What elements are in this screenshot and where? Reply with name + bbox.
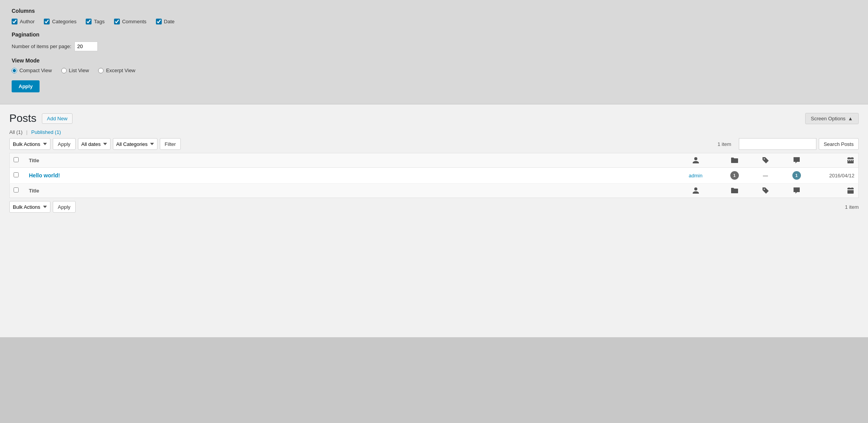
calendar-icon-foot	[847, 187, 854, 194]
col-author-checkbox[interactable]	[12, 19, 17, 24]
view-mode-section: View Mode Compact View List View Excerpt…	[12, 57, 856, 73]
author-link[interactable]: admin	[689, 173, 702, 179]
table-foot: Title	[10, 184, 859, 198]
comment-icon	[793, 156, 801, 164]
row-checkbox-cell[interactable]	[10, 168, 25, 184]
folder-icon-foot	[731, 187, 738, 194]
excerpt-view-text: Excerpt View	[106, 68, 135, 73]
list-view-radio[interactable]	[61, 68, 67, 73]
th-comments	[781, 153, 812, 168]
filter-button[interactable]: Filter	[160, 138, 181, 150]
svg-rect-3	[852, 160, 853, 161]
items-per-page-input[interactable]	[74, 42, 98, 51]
list-view-text: List View	[69, 68, 89, 73]
view-mode-heading: View Mode	[12, 57, 856, 64]
chevron-up-icon: ▲	[848, 116, 853, 121]
bottom-count: 1 item	[845, 204, 859, 210]
bottom-apply-button[interactable]: Apply	[53, 201, 76, 213]
tfoot-categories	[719, 184, 750, 198]
col-comments-label[interactable]: Comments	[114, 19, 147, 24]
tablenav-bottom: Bulk Actions Apply 1 item	[9, 201, 859, 213]
published-posts-link[interactable]: Published (1)	[31, 129, 61, 135]
comment-icon-foot	[793, 187, 801, 194]
th-tags	[750, 153, 781, 168]
list-view-label[interactable]: List View	[61, 68, 89, 73]
col-categories-label[interactable]: Categories	[44, 19, 76, 24]
top-apply-button[interactable]: Apply	[53, 138, 76, 150]
col-tags-label[interactable]: Tags	[86, 19, 104, 24]
row-comments-cell: 1	[781, 168, 812, 184]
col-author-label[interactable]: Author	[12, 19, 35, 24]
table-footer-row: Title	[10, 184, 859, 198]
th-select-all[interactable]	[10, 153, 25, 168]
pagination-heading: Pagination	[12, 31, 856, 38]
tag-icon-foot	[762, 187, 769, 194]
bulk-actions-select[interactable]: Bulk Actions	[9, 138, 50, 150]
tfoot-select-all-checkbox[interactable]	[14, 187, 19, 192]
svg-rect-4	[847, 188, 854, 194]
tfoot-title: Title	[25, 184, 673, 198]
table-row: Hello world! admin 1 — 1 2016/04/12	[10, 168, 859, 184]
th-author	[673, 153, 719, 168]
col-author-text: Author	[20, 19, 35, 24]
comments-badge: 1	[792, 171, 801, 180]
row-tags-cell: —	[750, 168, 781, 184]
user-icon-foot	[692, 187, 700, 194]
post-title-link[interactable]: Hello world!	[29, 172, 60, 179]
post-status-filter: All (1) | Published (1)	[9, 129, 859, 135]
col-date-checkbox[interactable]	[156, 19, 162, 24]
tag-icon	[762, 156, 769, 164]
excerpt-view-label[interactable]: Excerpt View	[98, 68, 135, 73]
col-tags-checkbox[interactable]	[86, 19, 92, 24]
excerpt-view-radio[interactable]	[98, 68, 104, 73]
search-posts-input[interactable]	[739, 138, 816, 150]
th-title: Title	[25, 153, 673, 168]
columns-heading: Columns	[12, 8, 856, 14]
compact-view-radio[interactable]	[12, 68, 17, 73]
col-categories-checkbox[interactable]	[44, 19, 50, 24]
page-header: Posts Add New Screen Options ▲	[9, 112, 859, 125]
row-categories-cell: 1	[719, 168, 750, 184]
categories-badge: 1	[730, 171, 739, 180]
radio-row: Compact View List View Excerpt View	[12, 68, 856, 73]
columns-row: Author Categories Tags Comments Date	[12, 19, 856, 24]
row-checkbox[interactable]	[14, 172, 19, 177]
screen-options-button[interactable]: Screen Options ▲	[805, 113, 859, 124]
svg-rect-2	[850, 160, 851, 161]
tfoot-tags	[750, 184, 781, 198]
bottom-item-count: 1 item	[845, 204, 859, 210]
add-new-button[interactable]: Add New	[42, 113, 73, 124]
tablenav-top: Bulk Actions Apply All dates All Categor…	[9, 138, 859, 150]
tags-value: —	[763, 173, 768, 179]
screen-options-apply-button[interactable]: Apply	[12, 80, 40, 92]
page-title: Posts	[9, 112, 36, 125]
folder-icon	[731, 156, 738, 164]
col-tags-text: Tags	[94, 19, 104, 24]
bottom-tablenav-left: Bulk Actions Apply	[9, 201, 76, 213]
tfoot-select-all[interactable]	[10, 184, 25, 198]
tablenav-left: Bulk Actions Apply All dates All Categor…	[9, 138, 181, 150]
table-head: Title	[10, 153, 859, 168]
tfoot-comments	[781, 184, 812, 198]
search-posts-button[interactable]: Search Posts	[819, 138, 859, 150]
pagination-section: Pagination Number of items per page:	[12, 31, 856, 51]
th-categories	[719, 153, 750, 168]
select-all-checkbox[interactable]	[14, 157, 19, 162]
col-date-label[interactable]: Date	[156, 19, 175, 24]
screen-options-panel: Columns Author Categories Tags Comments …	[0, 0, 868, 104]
post-date: 2016/04/12	[829, 173, 854, 179]
pagination-row: Number of items per page:	[12, 42, 856, 51]
bottom-bulk-actions-select[interactable]: Bulk Actions	[9, 201, 50, 213]
row-title-cell: Hello world!	[25, 168, 673, 184]
col-date-text: Date	[164, 19, 175, 24]
user-icon	[692, 156, 700, 164]
col-categories-text: Categories	[52, 19, 76, 24]
compact-view-label[interactable]: Compact View	[12, 68, 52, 73]
col-comments-checkbox[interactable]	[114, 19, 120, 24]
tablenav-right: 1 item Search Posts	[718, 138, 859, 150]
categories-filter-select[interactable]: All Categories	[113, 138, 157, 150]
dates-filter-select[interactable]: All dates	[78, 138, 111, 150]
all-posts-link[interactable]: All (1)	[9, 129, 22, 135]
row-author-cell: admin	[673, 168, 719, 184]
calendar-icon	[847, 156, 854, 164]
